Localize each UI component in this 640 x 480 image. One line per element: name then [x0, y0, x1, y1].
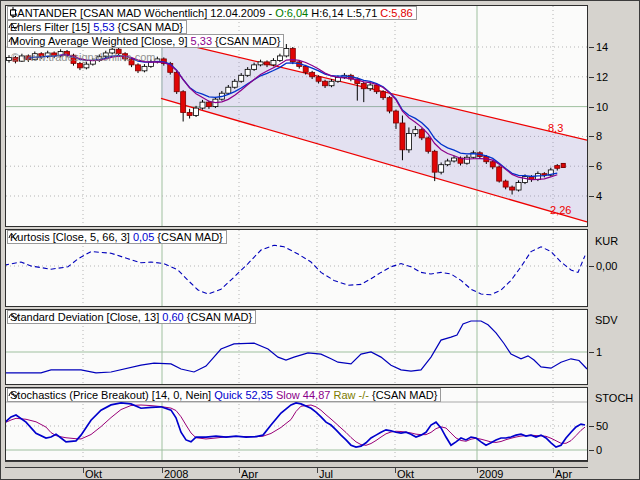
time-axis-tick-label: Okt — [397, 468, 414, 480]
channel-label-lower: 2,26 — [550, 204, 571, 216]
legend-text: 0,05 — [133, 231, 154, 243]
legend-text: {CSAN MAD} — [154, 231, 222, 243]
legend-text: O:6,04 — [275, 7, 308, 19]
value-axis-tick — [589, 107, 594, 108]
channel-label-upper: 8,3 — [548, 122, 563, 134]
curve-icon — [8, 231, 18, 242]
curve-icon — [8, 35, 18, 46]
value-axis-tick — [589, 266, 594, 267]
legend-text: H:6,14 L:5,71 — [308, 7, 380, 19]
time-axis-tick — [162, 468, 163, 473]
legend-stochastics[interactable]: Stochastics (Price Breakout) [14, 0, Nei… — [7, 388, 441, 402]
legend-moving-average-weighted[interactable]: Moving Average Weighted [Close, 9] 5,33 … — [7, 34, 284, 48]
curve-icon — [8, 311, 18, 322]
sdv-axis-label: SDV — [595, 314, 618, 326]
legend-text: SANTANDER [CSAN MAD Wöchentlich] 12.04.2… — [10, 7, 275, 19]
legend-text: Ehlers Filter [15] — [10, 21, 93, 33]
time-axis-bar[interactable] — [5, 461, 588, 468]
value-axis-tick — [589, 450, 594, 451]
chart-window: © www.tradesignalonline.com 8,32,26SANTA… — [0, 0, 640, 480]
value-axis-tick-label: 0,00 — [596, 260, 617, 272]
legend-text: {CSAN MAD} — [115, 21, 183, 33]
panel-stochastics[interactable]: Stochastics (Price Breakout) [14, 0, Nei… — [5, 387, 588, 461]
legend-text: {CSAN MAD} — [184, 311, 252, 323]
legend-instrument[interactable]: SANTANDER [CSAN MAD Wöchentlich] 12.04.2… — [7, 6, 417, 20]
time-axis-tick — [317, 468, 318, 473]
legend-ehlers-filter[interactable]: Ehlers Filter [15] 5,53 {CSAN MAD} — [7, 20, 187, 34]
curve-icon — [8, 21, 18, 32]
time-axis-tick — [239, 468, 240, 473]
candlestick-icon — [8, 7, 18, 18]
time-axis-tick-label: Apr — [241, 468, 258, 480]
time-axis-tick — [395, 468, 396, 473]
time-axis-tick-label: 2009 — [479, 468, 503, 480]
value-axis-tick — [589, 426, 594, 427]
value-axis-tick — [589, 47, 594, 48]
value-axis-tick — [589, 77, 594, 78]
watermark: © www.tradesignalonline.com — [11, 51, 155, 63]
value-axis-tick-label: 14 — [596, 41, 608, 53]
value-axis-tick-label: 4 — [596, 190, 602, 202]
time-axis-tick — [83, 468, 84, 473]
legend-text: C:5,86 — [380, 7, 412, 19]
legend-kurtosis[interactable]: Kurtosis [Close, 5, 66, 3] 0,05 {CSAN MA… — [7, 230, 227, 244]
legend-text: Raw -/- — [333, 389, 368, 401]
panel-kurtosis[interactable]: Kurtosis [Close, 5, 66, 3] 0,05 {CSAN MA… — [5, 229, 588, 307]
panel-standard-deviation[interactable]: Standard Deviation [Close, 13] 0,60 {CSA… — [5, 309, 588, 385]
legend-text: {CSAN MAD} — [212, 35, 280, 47]
legend-text: {CSAN MAD} — [369, 389, 437, 401]
value-axis-tick — [589, 136, 594, 137]
value-axis-tick-label: 0 — [596, 444, 602, 456]
legend-text: 5,33 — [191, 35, 212, 47]
legend-text: Slow 44,87 — [276, 389, 330, 401]
kur-axis-label: KUR — [595, 235, 618, 247]
value-axis-tick-label: 8 — [596, 130, 602, 142]
legend-text: 5,53 — [93, 21, 114, 33]
value-axis-tick — [589, 196, 594, 197]
legend-standard-deviation[interactable]: Standard Deviation [Close, 13] 0,60 {CSA… — [7, 310, 256, 324]
panel-main-chart[interactable]: © www.tradesignalonline.com 8,32,26SANTA… — [5, 5, 588, 227]
legend-text: Kurtosis [Close, 5, 66, 3] — [10, 231, 133, 243]
time-axis-tick-label: Okt — [85, 468, 102, 480]
value-axis-tick-label: 50 — [596, 420, 608, 432]
value-axis-tick-label: 10 — [596, 101, 608, 113]
time-axis-tick-label: Apr — [555, 468, 572, 480]
legend-text: Quick 52,35 — [214, 389, 273, 401]
value-axis-tick — [589, 166, 594, 167]
time-axis-tick-label: 2008 — [164, 468, 188, 480]
value-axis-tick-label: 12 — [596, 71, 608, 83]
legend-text: Stochastics (Price Breakout) [14, 0, Nei… — [10, 389, 214, 401]
curve-icon — [8, 389, 18, 400]
value-axis-tick — [589, 352, 594, 353]
time-axis-tick — [477, 468, 478, 473]
legend-text: 0,60 — [162, 311, 183, 323]
value-axis-tick-label: 6 — [596, 160, 602, 172]
legend-text: Standard Deviation [Close, 13] — [10, 311, 162, 323]
time-axis-tick-label: Jul — [319, 468, 333, 480]
time-axis-tick — [553, 468, 554, 473]
value-axis-tick-label: 1 — [596, 346, 602, 358]
stoch-axis-label: STOCH — [595, 392, 633, 404]
legend-text: Moving Average Weighted [Close, 9] — [10, 35, 191, 47]
